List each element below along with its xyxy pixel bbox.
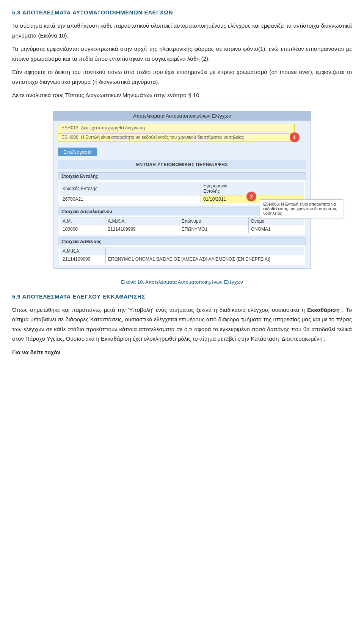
section-59-para1-start: Όπως σημειώθηκε και παραπάνω, μετά την '… [12,307,305,313]
stoixeia-entolis-header: Στοιχεία Εντολής [58,173,306,180]
entoli-section-header: ΕΝΤΟΛΗ ΥΓΕΙΟΝΟΜΙΚΗΣ ΠΕΡΙΘΑΛΨΗΣ [58,160,306,169]
val-asthenous-amka: 21114109999 [60,255,106,263]
val-onoma: ΟΝΟΜΑ1 [248,225,304,233]
figure-container: Αποτελέσματα Αυτοματοποιημένων Ελέγχων E… [53,111,311,269]
badge-1: 1 [290,132,300,142]
figure-body: ESH013: Δεν έχει καταχωρηθεί διάγνωση ES… [53,121,311,268]
tooltip-text: ESH006: Η Εντολή είναι απαραίτητο να εκδ… [263,202,337,215]
error-2-text: ESH006: Η Εντολή είναι απαραίτητο να εκδ… [61,135,244,140]
figure-header: Αποτελέσματα Αυτοματοποιημένων Ελέγχων [53,111,311,121]
section-58-para2: Τα μηνύματα εμφανίζονται συγκεντρωτικά σ… [12,44,352,63]
val-kodikos: 26700A21 [60,195,201,203]
badge-2: 2 [246,192,256,201]
error-row-2: ESH006: Η Εντολή είναι απαραίτητο να εκδ… [58,133,295,142]
val-eponymo: ΕΠΩΝΥΜΟ1 [179,225,248,233]
val-asthenous-full: ΕΠΩΝΥΜΟ1 ΟΝΟΜΑ1 ΒΑΣΙΛΕΙΟΣ [ΑΜΕΣΑ ΑΣΦΑΛΙΣ… [106,255,304,263]
section-59-para2: Για να δείτε τυχόν [12,348,352,357]
section-59: 5.9 ΑΠΟΤΕΛΕΣΜΑΤΑ ΕΛΕΓΧΟΥ ΕΚΚΑΘΑΡΙΣΗΣ Όπω… [12,293,352,357]
epexergasia-button[interactable]: Επεξεργασία [58,148,97,156]
section-59-para2-start: Για να δείτε τυχόν [12,349,60,355]
section-59-title: 5.9 ΑΠΟΤΕΛΕΣΜΑΤΑ ΕΛΕΓΧΟΥ ΕΚΚΑΘΑΡΙΣΗΣ [12,293,352,300]
section-58-para1: Το σύστημα κατά την αποθήκευση κάθε παρα… [12,21,352,40]
val-am: 100000 [60,225,105,233]
col-amka-header: Α.Μ.Κ.Α. [105,217,179,225]
col-am-header: Α.Μ. [60,217,105,225]
stoixeia-asthenous-table: Α.Μ.Κ.Α. 21114109999 ΕΠΩΝΥΜΟ1 ΟΝΟΜΑ1 ΒΑΣ… [60,247,304,263]
error-1-text: ESH013: Δεν έχει καταχωρηθεί διάγνωση [61,125,145,131]
col-onoma-header: Όνομα [248,217,304,225]
section-59-bold1: Εκκαθάριση [307,307,340,313]
section-58-para4: Δείτε αναλυτικά τους Τύπους Διαγνωστικών… [12,90,352,100]
col-eponymo-header: Επώνυμο [179,217,248,225]
error-row-1: ESH013: Δεν έχει καταχωρηθεί διάγνωση [58,124,295,132]
val-hmerominia: 01/10/2011 2 ESH006: Η Εντολή είναι απαρ… [201,195,304,203]
col-kodikos-header: Κωδικός Εντολής [60,182,201,195]
val-amka: 21114109999 [105,225,179,233]
tooltip-box: ESH006: Η Εντολή είναι απαραίτητο να εκδ… [260,199,343,218]
stoixeia-asthenous-box: Στοιχεία Ασθενούς Α.Μ.Κ.Α. 21114109999 Ε… [58,237,306,265]
section-58-title: 5.8 ΑΠΟΤΕΛΕΣΜΑΤΑ ΑΥΤΟΜΑΤΟΠΟΙΗΜΕΝΩΝ ΕΛΕΓΧ… [12,9,352,16]
stoixeia-asthenous-header: Στοιχεία Ασθενούς [58,238,306,245]
stoixeia-entolis-box: Στοιχεία Εντολής Κωδικός Εντολής Ημερομη… [58,172,306,205]
col-asthenous-name-header [106,247,304,255]
figure-caption: Εικόνα 10. Αποτελέσματα Αυτοματοποιημένω… [12,279,352,285]
stoixeia-entolis-table: Κωδικός Εντολής Ημερομηνία Εντολής 26700… [60,182,304,203]
section-59-para1: Όπως σημειώθηκε και παραπάνω, μετά την '… [12,305,352,344]
stoixeia-asfalismenos-table: Α.Μ. Α.Μ.Κ.Α. Επώνυμο Όνομα 100000 21114… [60,217,304,233]
section-58-para3: Εάν αφήσετε το δείκτη του ποντικού πάνω … [12,67,352,86]
col-amka2-header: Α.Μ.Κ.Α. [60,247,106,255]
